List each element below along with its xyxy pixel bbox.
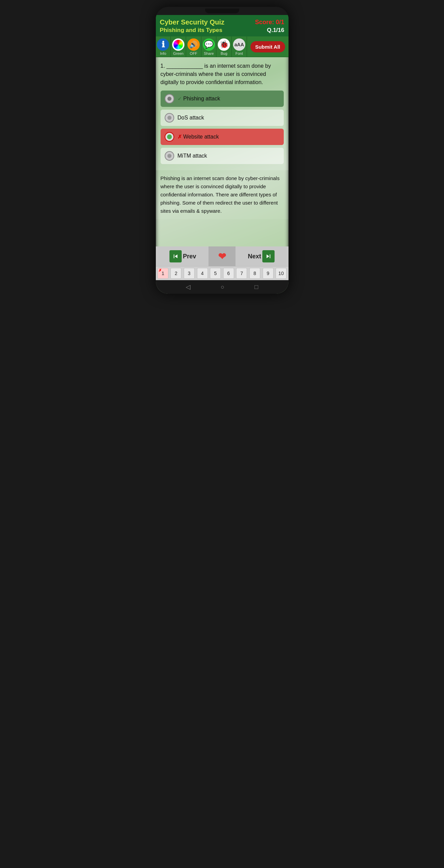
sound-tool[interactable]: 🔊 OFF xyxy=(186,36,201,57)
option-label-2: DoS attack xyxy=(178,115,204,121)
next-icon xyxy=(262,250,275,262)
question-area: 1. ____________ is an internet scam done… xyxy=(156,57,289,170)
page-9[interactable]: 9 xyxy=(263,268,274,279)
page-3[interactable]: 3 xyxy=(184,268,195,279)
info-label: Info xyxy=(160,51,166,55)
page-5[interactable]: 5 xyxy=(210,268,221,279)
question-counter: Q.1/16 xyxy=(267,27,284,34)
sound-icon: 🔊 xyxy=(187,38,200,51)
font-label: Font xyxy=(235,51,243,55)
android-navbar: ◁ ○ □ xyxy=(156,280,289,294)
back-button[interactable]: ◁ xyxy=(186,283,191,291)
page-7[interactable]: 7 xyxy=(236,268,247,279)
font-icon: aAA xyxy=(233,38,245,51)
question-text: 1. ____________ is an internet scam done… xyxy=(161,62,284,86)
page-10[interactable]: 10 xyxy=(276,268,286,279)
sound-label: OFF xyxy=(190,51,197,55)
font-tool[interactable]: aAA Font xyxy=(232,36,247,57)
share-icon: 💬 xyxy=(203,38,215,51)
page-numbers: ✗ 1 2 3 4 5 6 7 8 9 10 xyxy=(156,266,289,280)
x-icon-3: ✗ xyxy=(178,134,182,140)
radio-2 xyxy=(165,113,174,123)
notch xyxy=(205,9,239,13)
app-header: Cyber Security Quiz Score: 0/1 Phishing … xyxy=(156,15,289,36)
quiz-subtitle: Phishing and its Types xyxy=(160,27,223,34)
radio-3 xyxy=(165,132,174,142)
bug-icon: 🐞 xyxy=(218,38,230,51)
bug-tool[interactable]: 🐞 Bug xyxy=(216,36,232,57)
app-container: Cyber Security Quiz Score: 0/1 Phishing … xyxy=(156,15,289,294)
radio-4 xyxy=(165,151,174,161)
prev-label: Prev xyxy=(183,253,196,260)
spacer xyxy=(156,219,289,246)
option-label-4: MiTM attack xyxy=(178,153,207,159)
radio-1 xyxy=(165,94,174,103)
phone-frame: Cyber Security Quiz Score: 0/1 Phishing … xyxy=(156,7,289,294)
option-label-1: Phishing attack xyxy=(183,96,220,102)
info-icon: ℹ xyxy=(157,38,169,51)
option-label-3: Website attack xyxy=(183,134,219,140)
home-button[interactable]: ○ xyxy=(221,284,225,291)
page-1[interactable]: ✗ 1 xyxy=(158,268,168,279)
bug-label: Bug xyxy=(221,51,228,55)
check-icon-1: ✓ xyxy=(178,96,182,102)
option-3[interactable]: ✗ Website attack xyxy=(161,129,284,145)
toolbar: ℹ Info Green 🔊 OFF 💬 Shar xyxy=(156,36,289,57)
app-title: Cyber Security Quiz xyxy=(160,18,225,26)
first-icon xyxy=(169,250,182,262)
heart-icon: ❤ xyxy=(218,251,226,262)
recents-button[interactable]: □ xyxy=(254,284,258,291)
page-8[interactable]: 8 xyxy=(249,268,260,279)
option-4[interactable]: MiTM attack xyxy=(161,148,284,164)
submit-all-tool[interactable]: Submit All xyxy=(247,36,289,57)
page-6[interactable]: 6 xyxy=(223,268,234,279)
info-tool[interactable]: ℹ Info xyxy=(156,36,171,57)
share-label: Share xyxy=(204,51,214,55)
green-label: Green xyxy=(173,51,184,55)
favorite-button[interactable]: ❤ xyxy=(209,246,236,266)
next-label: Next xyxy=(248,253,261,260)
score-display: Score: 0/1 xyxy=(255,19,284,26)
submit-all-button[interactable]: Submit All xyxy=(250,41,285,52)
wrong-mark-1: ✗ xyxy=(159,268,162,273)
option-1[interactable]: ✓ Phishing attack xyxy=(161,91,284,107)
content: Cyber Security Quiz Score: 0/1 Phishing … xyxy=(156,15,289,294)
status-bar xyxy=(156,7,289,15)
page-2[interactable]: 2 xyxy=(170,268,181,279)
green-tool[interactable]: Green xyxy=(171,36,186,57)
page-4[interactable]: 4 xyxy=(197,268,208,279)
first-button[interactable]: Prev xyxy=(156,246,209,266)
bottom-navigation: Prev ❤ Next xyxy=(156,246,289,266)
option-2[interactable]: DoS attack xyxy=(161,110,284,126)
explanation-text: Phishing is an internet scam done by cyb… xyxy=(156,170,289,219)
color-icon xyxy=(172,38,184,51)
share-tool[interactable]: 💬 Share xyxy=(201,36,217,57)
next-button[interactable]: Next xyxy=(235,246,288,266)
